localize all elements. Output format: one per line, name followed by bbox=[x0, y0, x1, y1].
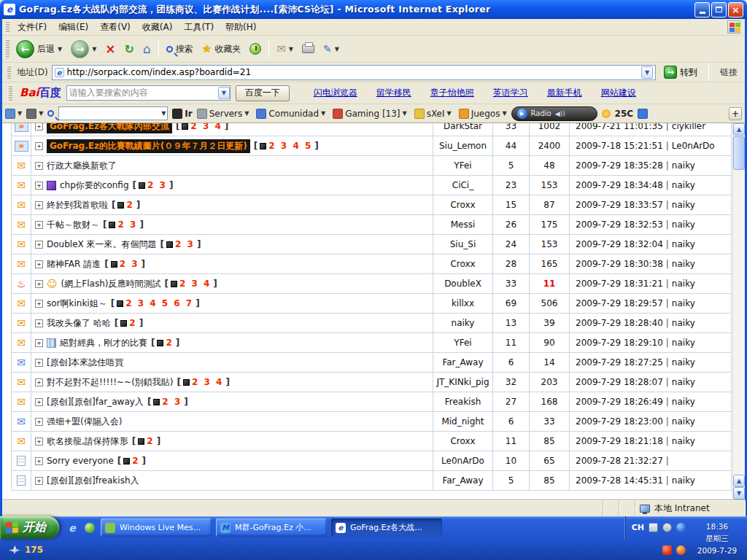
volume-icon[interactable]: ◀)) bbox=[555, 110, 565, 117]
pigeon-icon[interactable] bbox=[7, 542, 22, 557]
expand-toggle[interactable]: + bbox=[35, 123, 43, 131]
thread-pages[interactable]: [ 2 ] bbox=[115, 318, 143, 328]
thread-pages[interactable]: [ 2 ] bbox=[132, 436, 160, 446]
thread-pages[interactable]: [ 2 3 4 ] bbox=[176, 123, 228, 131]
expand-toggle[interactable]: + bbox=[35, 418, 43, 426]
thread-pages[interactable]: [ 2 3 4 5 ] bbox=[254, 141, 319, 151]
expand-toggle[interactable]: + bbox=[35, 182, 43, 190]
links-label[interactable]: 链接 bbox=[716, 66, 742, 79]
last-poster-link[interactable]: naiky bbox=[672, 259, 695, 269]
expand-toggle[interactable]: + bbox=[35, 457, 43, 465]
window-menu-button[interactable]: ▼ bbox=[5, 109, 22, 119]
address-dropdown[interactable]: ▼ bbox=[641, 66, 653, 79]
expand-toggle[interactable]: + bbox=[35, 477, 43, 485]
menu-item[interactable]: 工具(T) bbox=[178, 19, 220, 36]
toolbar-item-gaming[interactable]: Gaming [13]▼ bbox=[333, 109, 407, 119]
thread-pages[interactable]: [ 2 3 4 5 6 7 ] bbox=[111, 298, 200, 308]
baidu-link[interactable]: 网站建设 bbox=[601, 87, 636, 99]
thread-author[interactable]: Far_Away bbox=[433, 353, 493, 372]
thread-pages[interactable]: [ 2 3 ] bbox=[133, 180, 174, 190]
translate-icon[interactable] bbox=[638, 109, 648, 119]
baidu-search-input[interactable] bbox=[67, 87, 218, 99]
thread-author[interactable]: Siu_Lemon bbox=[433, 136, 493, 155]
thread-author[interactable]: killxx bbox=[433, 294, 493, 313]
menu-item[interactable]: 查看(V) bbox=[94, 19, 136, 36]
thread-title-link[interactable]: [原创][原创]freakish入 bbox=[47, 475, 139, 487]
expand-toggle[interactable]: + bbox=[35, 359, 43, 367]
page-numbers[interactable]: 2 3 bbox=[175, 239, 195, 249]
baidu-search-dropdown[interactable]: ▼ bbox=[218, 87, 230, 99]
volume-tray-icon[interactable] bbox=[662, 523, 672, 532]
thread-title-link[interactable]: 對不起對不起!!!!!~~(別鎖我貼) bbox=[47, 376, 174, 389]
quicklaunch-counter[interactable]: 175 bbox=[25, 542, 43, 557]
messenger-tray-icon[interactable] bbox=[676, 523, 686, 532]
thread-author[interactable]: Messi bbox=[433, 215, 493, 234]
thread-title-link[interactable]: 行政大廳换新歌了 bbox=[47, 160, 117, 172]
thread-title-link[interactable]: (網上Flash)反應時間測試 bbox=[61, 278, 161, 290]
quicklaunch-ie-icon[interactable]: e bbox=[65, 521, 80, 535]
toolbar-search-input[interactable]: ▼ bbox=[58, 106, 168, 120]
search-button[interactable]: 搜索 bbox=[162, 41, 198, 58]
last-poster-link[interactable]: naiky bbox=[672, 180, 695, 190]
go-button[interactable]: → 转到 bbox=[659, 65, 702, 79]
taskbar-task-button[interactable]: eGoFrag.Ez各大战... bbox=[331, 518, 442, 537]
page-numbers[interactable]: 2 3 4 5 bbox=[268, 141, 312, 151]
baidu-link[interactable]: 章子怡艳照 bbox=[430, 87, 474, 99]
thread-title-link[interactable]: GoFrag.Ez的比賽戰績圖片(０９年７月２日更新) bbox=[47, 139, 250, 153]
clock[interactable]: 18:36 星期三 2009-7-29 bbox=[690, 518, 744, 559]
baidu-link[interactable]: 留学移民 bbox=[376, 87, 411, 99]
last-poster-link[interactable]: naiky bbox=[672, 160, 695, 171]
last-poster-link[interactable]: naiky bbox=[672, 357, 695, 368]
toolbar-grip[interactable] bbox=[6, 21, 9, 32]
last-poster-link[interactable]: naiky bbox=[672, 416, 695, 427]
thread-author[interactable]: Le0nArDo bbox=[433, 451, 493, 470]
home-button[interactable]: ⌂ bbox=[139, 39, 155, 58]
toolbar-item-sxei[interactable]: sXeI▼ bbox=[414, 109, 452, 119]
thread-title-link[interactable]: [原创][原创]far_away入 bbox=[47, 396, 144, 408]
thread-author[interactable]: Croxx bbox=[433, 432, 493, 451]
thread-pages[interactable]: [ 2 ] bbox=[117, 456, 146, 466]
toolbar-item-comunidad[interactable]: Comunidad▼ bbox=[256, 109, 325, 119]
page-numbers[interactable]: 2 bbox=[126, 200, 133, 210]
baidu-link[interactable]: 闪电浏览器 bbox=[314, 87, 357, 99]
radio-player[interactable]: ▶ Radio ◀)) bbox=[511, 106, 597, 121]
expand-toggle[interactable]: + bbox=[35, 339, 43, 347]
last-poster-link[interactable]: ciykiller bbox=[672, 123, 705, 131]
vertical-scrollbar[interactable]: ▲ ▲ ▼ bbox=[732, 123, 745, 499]
thread-pages[interactable]: [ 2 3 ] bbox=[147, 397, 188, 407]
baidu-logo[interactable]: Bai百度 bbox=[20, 86, 61, 100]
thread-author[interactable]: naiky bbox=[433, 314, 493, 332]
stop-button[interactable]: × bbox=[101, 40, 120, 58]
expand-toggle[interactable]: + bbox=[35, 260, 43, 268]
last-poster-link[interactable]: Le0nArDo bbox=[672, 141, 715, 151]
close-button[interactable]: × bbox=[728, 2, 743, 18]
thread-author[interactable]: Freakish bbox=[433, 392, 493, 411]
thread-author[interactable]: Siu_Si bbox=[433, 235, 493, 254]
thread-title-link[interactable]: 絕對經典，刚才的比賽 bbox=[60, 337, 147, 349]
page-numbers[interactable]: 2 3 bbox=[162, 397, 182, 407]
keyboard-icon[interactable] bbox=[649, 523, 658, 532]
expand-toggle[interactable]: + bbox=[35, 280, 43, 288]
baidu-search-box[interactable]: ▼ bbox=[66, 85, 231, 101]
address-input[interactable]: e http://sorpack.com/index.asp?boardid=2… bbox=[52, 65, 656, 80]
baidu-search-button[interactable]: 百度一下 bbox=[236, 85, 290, 101]
expand-toggle[interactable]: + bbox=[35, 142, 43, 150]
history-button[interactable] bbox=[245, 41, 266, 57]
thread-author[interactable]: JT_KINki_pig bbox=[433, 373, 493, 392]
taskbar-task-button[interactable]: MM群-GoFrag.Ez 小... bbox=[216, 518, 327, 537]
thread-pages[interactable]: [ 2 3 4 ] bbox=[164, 279, 217, 289]
page-numbers[interactable]: 2 bbox=[166, 338, 173, 348]
toolbar-grip[interactable] bbox=[6, 39, 9, 58]
thread-author[interactable]: Mid_night bbox=[433, 412, 493, 431]
refresh-button[interactable]: ↻ bbox=[120, 40, 139, 58]
expand-toggle[interactable]: + bbox=[35, 241, 43, 249]
page-numbers[interactable]: 2 3 4 bbox=[179, 279, 211, 289]
last-poster-link[interactable]: naiky bbox=[672, 318, 695, 328]
thread-title-link[interactable]: chp你要的config bbox=[60, 179, 129, 192]
temperature[interactable]: 25C bbox=[615, 109, 634, 119]
thread-author[interactable]: DarkStar bbox=[433, 123, 493, 136]
menu-item[interactable]: 收藏(A) bbox=[136, 19, 179, 36]
back-button[interactable]: ← 后退 ▼ bbox=[12, 38, 66, 61]
page-numbers[interactable]: 2 3 4 bbox=[190, 123, 222, 131]
thread-pages[interactable]: [ 2 3 ] bbox=[104, 259, 145, 269]
